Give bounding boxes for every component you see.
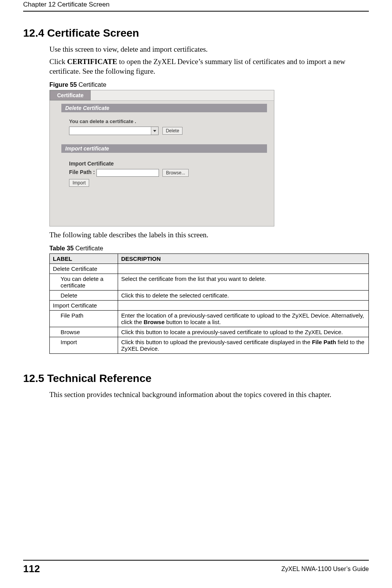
cell-label: Import (50, 337, 118, 354)
running-header: Chapter 12 Certificate Screen (23, 0, 369, 12)
certificate-table: LABEL DESCRIPTION Delete Certificate You… (49, 253, 369, 354)
th-description: DESCRIPTION (118, 254, 369, 264)
table-row: Import Certificate (50, 301, 369, 311)
figure-title: Certificate (77, 81, 106, 88)
section-heading-12-5: 12.5 Technical Reference (23, 372, 369, 385)
cell-desc (118, 264, 369, 274)
cell-desc: Click this button to upload the previous… (118, 337, 369, 354)
page-number: 112 (23, 563, 40, 575)
delete-instruction: You can delete a certificate . (69, 118, 262, 124)
table-row: You can delete a certificate Select the … (50, 274, 369, 291)
table-row: Import Click this button to upload the p… (50, 337, 369, 354)
tab-certificate[interactable]: Certificate (50, 90, 91, 100)
cell-label: Delete (50, 291, 118, 301)
import-button[interactable]: Import (69, 179, 89, 187)
table-caption: Table 35 Certificate (49, 245, 369, 252)
browse-button[interactable]: Browse... (162, 169, 189, 177)
cell-label: Browse (50, 327, 118, 337)
paragraph: Click CERTIFICATE to open the ZyXEL Devi… (49, 57, 369, 76)
cell-label: Import Certificate (50, 301, 118, 311)
certificate-select[interactable] (69, 127, 159, 135)
section-bar-delete: Delete Certificate (61, 104, 267, 112)
delete-button[interactable]: Delete (162, 127, 183, 135)
cell-desc: Enter the location of a previously-saved… (118, 311, 369, 327)
text: Click (49, 57, 67, 66)
table-row: Browse Click this button to locate a pre… (50, 327, 369, 337)
cell-label: You can delete a certificate (50, 274, 118, 291)
section-bar-import: Import certificate (61, 144, 267, 153)
table-row: File Path Enter the location of a previo… (50, 311, 369, 327)
delete-body: You can delete a certificate . Delete (69, 118, 262, 135)
cell-desc: Click this button to locate a previously… (118, 327, 369, 337)
table-row: Delete Click this to delete the selected… (50, 291, 369, 301)
table-number: Table 35 (49, 245, 74, 252)
cell-desc (118, 301, 369, 311)
cell-label: Delete Certificate (50, 264, 118, 274)
paragraph: This section provides technical backgrou… (49, 390, 369, 399)
figure-caption: Figure 55 Certificate (49, 81, 369, 88)
import-header-label: Import Certificate (69, 161, 262, 167)
cell-desc: Select the certificate from the list tha… (118, 274, 369, 291)
paragraph: The following table describes the labels… (49, 230, 369, 240)
section-heading-12-4: 12.4 Certificate Screen (23, 27, 369, 39)
cell-desc: Click this to delete the selected certif… (118, 291, 369, 301)
footer-guide: ZyXEL NWA-1100 User’s Guide (281, 566, 369, 573)
th-label: LABEL (50, 254, 118, 264)
text-bold: CERTIFICATE (67, 57, 117, 66)
certificate-screenshot: Certificate Delete Certificate You can d… (49, 90, 274, 226)
cell-label: File Path (50, 311, 118, 327)
filepath-label: File Path : (69, 169, 95, 175)
chapter-title: Chapter 12 Certificate Screen (23, 1, 110, 8)
page-footer: 112 ZyXEL NWA-1100 User’s Guide (23, 560, 369, 575)
figure-number: Figure 55 (49, 81, 77, 88)
table-header-row: LABEL DESCRIPTION (50, 254, 369, 264)
table-title: Certificate (74, 245, 103, 252)
filepath-input[interactable] (96, 169, 159, 177)
table-row: Delete Certificate (50, 264, 369, 274)
import-body: Import Certificate File Path : Browse...… (69, 161, 262, 187)
paragraph: Use this screen to view, delete and impo… (49, 45, 369, 54)
